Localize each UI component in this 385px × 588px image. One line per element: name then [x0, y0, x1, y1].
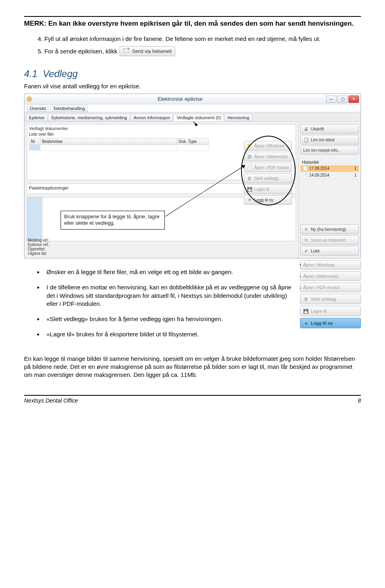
section-number: 4.1 — [24, 68, 37, 79]
historikk-title: Historikk — [300, 159, 359, 165]
pasient-panel-title: Pasientopplysninger — [29, 185, 69, 190]
plus-icon: ＋ — [303, 320, 309, 326]
bullet-4: «Lagre til» brukes for å eksportere bild… — [37, 330, 293, 338]
send-helsenett-label: Send via helsenett — [132, 49, 172, 54]
trash-icon: 🗑 — [247, 175, 252, 181]
numbered-steps: 4. Fyll ut all ønsket informasjon i de f… — [38, 35, 361, 56]
meta-melding-ref: Melding ref.: — [28, 238, 50, 242]
tab-henvisning[interactable]: Henvisning — [225, 114, 252, 121]
paste-icon: 📋 — [303, 137, 309, 142]
svg-point-1 — [27, 97, 32, 102]
window-menu: Oversikt Tekstbehandling — [24, 104, 361, 112]
fig-lagre-til: 💾Lagre til — [300, 306, 361, 316]
lim-inn-resept-button[interactable]: Lim inn resept info.. — [300, 146, 359, 155]
section-title: Vedlegg — [43, 68, 78, 79]
menu-tekstbehandling[interactable]: Tekstbehandling — [50, 105, 88, 112]
envelope-icon: ✉ — [303, 237, 309, 243]
lagre-til-button[interactable]: 💾Lagre til — [244, 184, 292, 194]
check-icon: ✔ — [303, 248, 309, 254]
meta-labels: Melding ref.: Epikrise ref.: Opprettet: … — [28, 238, 50, 256]
envelope-icon — [123, 48, 130, 55]
bullet-2: I de tilfellene en mottar en henvisning,… — [37, 283, 293, 308]
vedlagt-panel-sub: Liste over filer — [29, 132, 294, 136]
attachments-table: Nr Beskrivelse Dok. Type — [29, 138, 209, 151]
historikk-row-2[interactable]: 📄14.09.2014 1 — [300, 172, 359, 179]
maximize-button[interactable]: ▢ — [337, 96, 348, 103]
save-icon: 💾 — [247, 186, 252, 192]
col-beskrivelse: Beskrivelse — [41, 138, 177, 145]
bullet-3: «Slett vedlegg» brukes for å fjerne vedl… — [37, 315, 293, 323]
folder-icon: 📁 — [247, 143, 252, 149]
tabs-row: Epikrise Sykehistorie, medisinering, syk… — [24, 112, 361, 122]
tab-epikrise[interactable]: Epikrise — [26, 114, 47, 121]
step-4-text: Fyll ut all ønsket informasjon i de fire… — [45, 35, 321, 42]
patient-tab-selector[interactable] — [27, 197, 41, 241]
fig-slett-vedlegg: 🗑Slett vedlegg — [300, 294, 361, 304]
closing-paragraph: En kan legge til mange bilder til samme … — [24, 355, 361, 379]
plus-icon: ＋ — [247, 197, 252, 203]
lim-inn-tekst-button[interactable]: 📋Lim inn tekst — [300, 135, 359, 144]
table-row[interactable] — [29, 145, 209, 151]
open-bildemodul-button[interactable]: 🖼Åpne i bildemodul — [244, 152, 292, 161]
note-heading: MERK: En kan ikke overstyre hvem epikris… — [24, 19, 361, 28]
page-footer: Nextsys Dental Office 8 — [24, 395, 361, 404]
lukk-button[interactable]: ✔Lukk — [300, 246, 359, 256]
footer-left: Nextsys Dental Office — [24, 397, 78, 404]
col-nr: Nr — [29, 138, 41, 145]
fig-open-pdf: Åpne i PDF-modul — [300, 283, 361, 292]
open-windows-button[interactable]: 📁Åpne i Windows — [244, 141, 292, 151]
window-right-panel: 🖨Utskrift 📋Lim inn tekst Lim inn resept … — [299, 122, 361, 258]
bullets-block: Ønsker en å legge til flere filer, må en… — [24, 258, 361, 346]
callout-text: Bruk knappene for å legge til, åpne, lag… — [64, 214, 160, 226]
fig-legg-til-ny: ＋Legg til ny — [300, 318, 361, 328]
tab-vedlagte[interactable]: Vedlagte dokument (0) — [174, 114, 224, 121]
meta-epikrise-ref: Epikrise ref.: — [28, 242, 50, 247]
fig-open-windows: Åpne i Windows — [300, 260, 361, 270]
top-rule — [24, 16, 361, 17]
callout-box: Bruk knappene for å legge til, åpne, lag… — [61, 211, 165, 230]
trash-icon: 🗑 — [303, 296, 309, 302]
save-icon: 💾 — [303, 308, 309, 314]
historikk-panel: Historikk 📄17.09.2014 1 📄14.09.2014 1 — [300, 159, 359, 179]
plus-icon: ＋ — [303, 226, 309, 232]
col-dok-type: Dok. Type — [177, 138, 209, 145]
bullet-1: Ønsker en å legge til flere filer, må en… — [37, 268, 293, 276]
slett-vedlegg-button[interactable]: 🗑Slett vedlegg — [244, 173, 292, 183]
step-5-text: For å sende epikrisen, klikk — [45, 48, 118, 55]
open-pdf-button[interactable]: 📄Åpne i PDF-modul — [244, 163, 292, 172]
fig-open-bildemodul: Åpne i bildemodul — [300, 271, 361, 281]
doc-icon: 📄 — [303, 173, 308, 178]
app-icon — [26, 96, 32, 102]
buttons-figure: Åpne i Windows Åpne i bildemodul Åpne i … — [300, 258, 361, 328]
image-icon: 🖼 — [247, 154, 252, 159]
print-icon: 🖨 — [303, 126, 309, 132]
close-button[interactable]: ✕ — [349, 96, 359, 103]
window-main-panel: Vedlagt dokumenter Liste over filer Nr B… — [24, 122, 299, 258]
send-via-helsenett-button[interactable]: ✉Send via helsenett — [300, 235, 359, 245]
attachment-buttons: 📁Åpne i Windows 🖼Åpne i bildemodul 📄Åpne… — [243, 140, 293, 206]
window-titlebar: Elektronisk epikrise — ▢ ✕ — [24, 94, 361, 104]
meta-utgave-tid: Utgave tid: — [28, 251, 50, 256]
epikrise-window: Elektronisk epikrise — ▢ ✕ Oversikt Teks… — [24, 94, 361, 258]
menu-oversikt[interactable]: Oversikt — [27, 105, 49, 112]
minimize-button[interactable]: — — [326, 96, 336, 103]
section-heading: 4.1 Vedlegg — [24, 68, 361, 79]
meta-opprettet: Opprettet: — [28, 247, 50, 251]
step-4-number: 4. — [38, 35, 43, 42]
ny-fra-henvisning-button[interactable]: ＋Ny (fra henvisning) — [300, 224, 359, 234]
footer-page-number: 8 — [358, 397, 361, 404]
utskrift-button[interactable]: 🖨Utskrift — [300, 124, 359, 134]
bullet-list: Ønsker en å legge til flere filer, må en… — [37, 268, 293, 346]
tab-sykehistorie[interactable]: Sykehistorie, medisinering, sykmelding — [48, 114, 130, 121]
window-title: Elektronisk epikrise — [34, 96, 326, 102]
vedlagt-panel-title: Vedlagt dokumenter — [29, 126, 294, 132]
section-intro: Fanen vil vise antall vedlegg for en epi… — [24, 83, 361, 90]
doc-icon: 📄 — [303, 166, 308, 171]
send-helsenett-button[interactable]: Send via helsenett — [120, 46, 175, 56]
step-5-number: 5. — [38, 48, 43, 55]
pdf-icon: 📄 — [247, 165, 252, 170]
tab-annen-informasjon[interactable]: Annen informasjon — [131, 114, 173, 121]
legg-til-ny-button[interactable]: ＋Legg til ny — [244, 195, 292, 205]
historikk-row-1[interactable]: 📄17.09.2014 1 — [300, 165, 359, 172]
